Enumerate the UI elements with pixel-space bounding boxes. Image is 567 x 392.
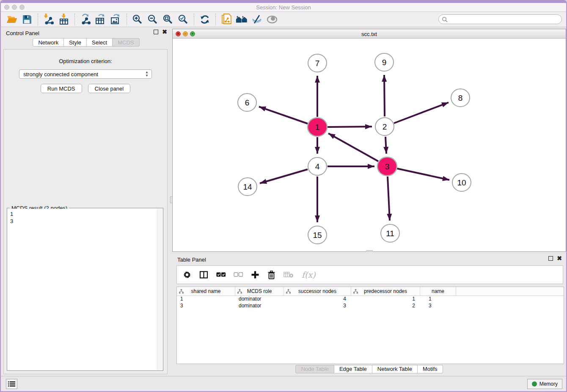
zoom-fit-icon[interactable] (162, 14, 174, 25)
cell-successor-nodes[interactable]: 4 (284, 296, 351, 303)
import-network-icon[interactable] (42, 14, 55, 25)
node-8[interactable]: 8 (451, 89, 470, 107)
cell-shared-name[interactable]: 3 (177, 303, 235, 309)
close-panel-button[interactable]: Close panel (88, 84, 131, 93)
control-panel-title: Control Panel (6, 30, 39, 36)
svg-text:4: 4 (315, 162, 320, 171)
cell-name[interactable]: 1 (420, 296, 456, 303)
edge-4-14[interactable] (260, 169, 308, 183)
export-image-icon[interactable] (110, 14, 122, 25)
task-history-button[interactable] (6, 379, 17, 389)
svg-text:15: 15 (313, 231, 322, 240)
new-network-from-selection-icon[interactable] (220, 14, 233, 25)
node-14[interactable]: 14 (238, 178, 257, 196)
optimization-criterion-select[interactable]: strongly connected component ▲▼ (19, 69, 152, 79)
open-session-icon[interactable] (6, 14, 18, 25)
node-4[interactable]: 4 (308, 157, 327, 175)
window-resize-grip[interactable] (366, 250, 373, 252)
toolbar-separator (215, 14, 216, 25)
edge-1-6[interactable] (259, 107, 308, 124)
cell-name[interactable]: 3 (420, 303, 456, 309)
result-scrollbar[interactable] (157, 209, 162, 370)
edge-3-10[interactable] (397, 168, 449, 180)
main-toolbar (1, 12, 566, 27)
column-type-icon (237, 289, 242, 295)
float-table-panel-icon[interactable] (548, 256, 553, 261)
cell-mcds-role[interactable]: dominator (235, 303, 284, 309)
column-header-shared-name[interactable]: shared name (177, 287, 235, 295)
tab-select[interactable]: Select (87, 38, 113, 47)
node-7[interactable]: 7 (308, 54, 327, 72)
close-table-panel-icon[interactable]: ✖ (557, 256, 562, 261)
toolbar-separator (74, 14, 75, 25)
node-10[interactable]: 10 (452, 174, 471, 191)
edge-2-3[interactable] (385, 137, 386, 154)
edge-2-8[interactable] (394, 102, 449, 123)
edge-3-11[interactable] (388, 177, 390, 221)
cell-predecessor-nodes[interactable]: 2 (351, 303, 420, 309)
edge-2-9[interactable] (384, 75, 385, 116)
save-session-icon[interactable] (21, 14, 33, 25)
tab-mcds[interactable]: MCDS (113, 38, 139, 47)
float-panel-icon[interactable] (154, 30, 158, 34)
export-network-icon[interactable] (79, 14, 92, 25)
apply-layout-icon[interactable] (198, 14, 211, 25)
table-row[interactable]: 3 dominator 3 2 3 (177, 303, 564, 309)
import-table-icon[interactable] (58, 14, 70, 25)
search-input[interactable] (448, 15, 561, 24)
node-11[interactable]: 11 (381, 224, 399, 242)
tab-network-table[interactable]: Network Table (372, 365, 418, 373)
delete-table-icon[interactable] (284, 269, 294, 281)
tab-node-table[interactable]: Node Table (295, 365, 334, 373)
mcds-result-group: MCDS result (2 nodes) 1 3 (7, 208, 163, 371)
column-header-predecessor-nodes[interactable]: predecessor nodes (351, 287, 420, 295)
cell-mcds-role[interactable]: dominator (235, 296, 284, 303)
show-column-icon[interactable] (199, 269, 208, 281)
export-table-icon[interactable] (94, 14, 107, 25)
window-titlebar: Session: New Session (1, 3, 566, 12)
mcds-result-text[interactable]: 1 3 (8, 209, 157, 370)
deselect-all-rows-icon[interactable] (234, 269, 243, 281)
node-1-selected[interactable]: 1 (308, 118, 327, 136)
edge-3-1[interactable] (328, 133, 378, 161)
zoom-selected-icon[interactable] (177, 14, 190, 25)
column-header-name[interactable]: name (420, 287, 456, 295)
column-header-mcds-role[interactable]: MCDS role (235, 287, 284, 295)
cell-predecessor-nodes[interactable]: 1 (351, 296, 420, 303)
column-header-successor-nodes[interactable]: successor nodes (284, 287, 351, 295)
table-options-gear-icon[interactable] (183, 269, 191, 281)
close-panel-icon[interactable]: ✖ (162, 30, 167, 34)
node-3-selected[interactable]: 3 (377, 157, 397, 176)
zoom-out-icon[interactable] (146, 14, 159, 25)
tab-edge-table[interactable]: Edge Table (334, 365, 372, 373)
network-canvas[interactable]: 7 9 6 8 1 2 4 3 14 10 15 11 (173, 39, 566, 251)
tab-network[interactable]: Network (33, 38, 64, 47)
memory-button[interactable]: Memory (527, 379, 562, 389)
table-row[interactable]: 1 dominator 4 1 1 (177, 296, 564, 303)
cell-successor-nodes[interactable]: 3 (284, 303, 351, 309)
first-neighbors-icon[interactable] (235, 14, 248, 25)
svg-text:10: 10 (457, 178, 466, 187)
add-column-icon[interactable] (251, 269, 259, 281)
function-builder-icon[interactable]: f(x) (302, 269, 316, 281)
run-mcds-button[interactable]: Run MCDS (41, 84, 82, 93)
hide-selected-icon[interactable] (250, 14, 263, 25)
node-6[interactable]: 6 (238, 94, 256, 111)
edge-1-2[interactable] (328, 127, 372, 127)
node-table[interactable]: shared name MCDS role successor nodes pr… (176, 287, 564, 364)
search-field[interactable] (438, 14, 562, 24)
node-15[interactable]: 15 (308, 226, 327, 244)
delete-column-icon[interactable] (267, 269, 275, 281)
svg-text:11: 11 (386, 229, 394, 238)
node-2[interactable]: 2 (375, 118, 394, 135)
tab-motifs[interactable]: Motifs (418, 365, 443, 373)
table-tabs: Node Table Edge Table Network Table Moti… (172, 363, 566, 375)
node-9[interactable]: 9 (375, 53, 394, 71)
select-all-rows-icon[interactable] (216, 269, 226, 281)
select-stepper-icon: ▲▼ (145, 71, 149, 77)
zoom-in-icon[interactable] (131, 14, 144, 25)
tab-style[interactable]: Style (64, 38, 87, 47)
cell-shared-name[interactable]: 1 (177, 296, 235, 303)
show-all-icon[interactable] (266, 14, 278, 25)
network-window-titlebar[interactable]: ✕ − + scc.txt (173, 29, 566, 39)
